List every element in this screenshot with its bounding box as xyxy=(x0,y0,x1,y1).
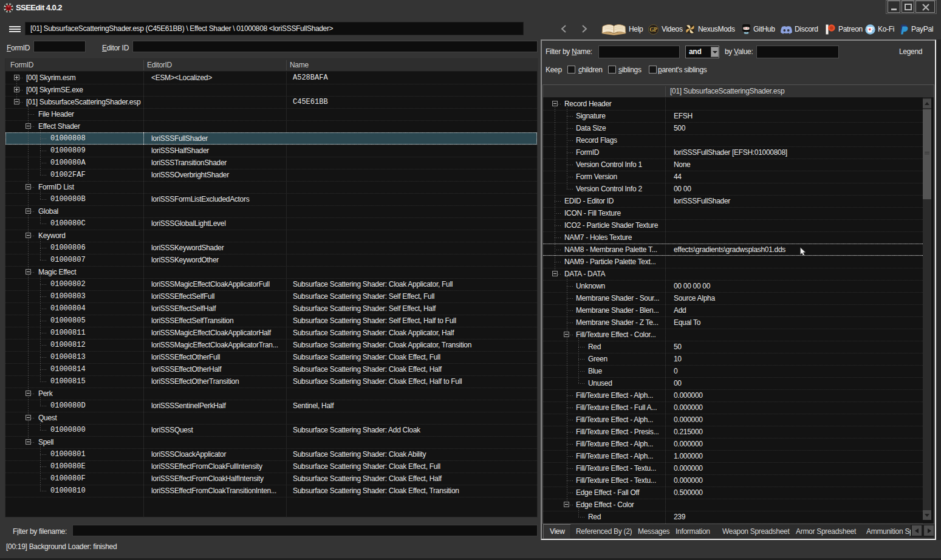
svg-text:GP: GP xyxy=(649,27,657,33)
